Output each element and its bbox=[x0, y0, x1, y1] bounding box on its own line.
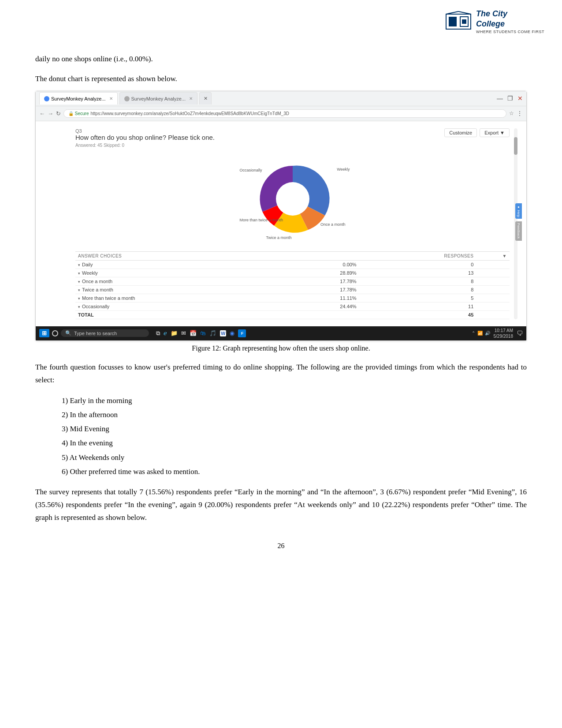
row-pct: 24.44% bbox=[286, 302, 359, 310]
list-item: 6) Other preferred time was asked to men… bbox=[62, 465, 527, 479]
col-header-pct bbox=[286, 251, 359, 260]
taskview-icon[interactable]: ⧉ bbox=[156, 330, 160, 337]
total-count: 45 bbox=[359, 310, 476, 319]
help-button[interactable]: ● Help bbox=[515, 203, 522, 219]
action-center-icon[interactable]: 🗨 bbox=[517, 330, 523, 337]
mail-icon[interactable]: ✉ bbox=[181, 330, 186, 336]
calendar-icon[interactable]: 📅 bbox=[190, 330, 197, 336]
tab1-icon bbox=[44, 96, 49, 101]
svg-rect-3 bbox=[462, 19, 466, 24]
row-extra bbox=[476, 269, 510, 277]
tab2-label: SurveyMonkey Analyze... bbox=[131, 96, 186, 101]
taskbar-right: ⌃ 📶 🔊 10:17 AM 5/29/2018 🗨 bbox=[472, 328, 523, 339]
browser-icon[interactable]: ◉ bbox=[230, 330, 234, 336]
pinned-app-icon[interactable]: F bbox=[238, 329, 246, 337]
list-item: 2) In the afternoon bbox=[62, 408, 527, 422]
taskbar-app-icons: ⧉ ℯ 📁 ✉ 📅 🛍 🎵 W ◉ F bbox=[156, 329, 246, 337]
label-more-twice: More than twice a month bbox=[240, 218, 283, 222]
browser-content: Q3 How often do you shop online? Please … bbox=[36, 121, 526, 326]
row-extra bbox=[476, 260, 510, 269]
start-button[interactable]: ⊞ bbox=[39, 329, 49, 337]
list-item: 5) At Weekends only bbox=[62, 451, 527, 465]
row-extra bbox=[476, 302, 510, 310]
row-label: ▾Weekly bbox=[75, 269, 286, 277]
row-count: 8 bbox=[359, 277, 476, 285]
export-btn[interactable]: Export ▼ bbox=[480, 128, 510, 137]
word-icon[interactable]: W bbox=[220, 330, 226, 336]
row-count: 0 bbox=[359, 260, 476, 269]
question-info: Q3 How often do you shop online? Please … bbox=[75, 128, 215, 153]
back-btn[interactable]: ← bbox=[39, 110, 45, 117]
store-icon[interactable]: 🛍 bbox=[200, 330, 206, 336]
label-once-month: Once a month bbox=[320, 222, 346, 227]
list-item: 1) Early in the morning bbox=[62, 394, 527, 408]
question-answered: Answered: 45 Skipped: 0 bbox=[75, 143, 215, 148]
row-pct: 28.89% bbox=[286, 269, 359, 277]
row-label: ▾Occasionally bbox=[75, 302, 286, 310]
browser-tab-new[interactable]: ✕ bbox=[199, 92, 212, 105]
total-label: TOTAL bbox=[75, 310, 286, 319]
browser-tab-1[interactable]: SurveyMonkey Analyze... ✕ bbox=[39, 92, 118, 105]
intro-line2: The donut chart is represented as shown … bbox=[35, 73, 527, 86]
date-display: 5/29/2018 bbox=[494, 333, 514, 339]
explorer-icon[interactable]: 📁 bbox=[171, 330, 178, 336]
logo-name: The CityCollege bbox=[476, 9, 544, 30]
tab2-close[interactable]: ✕ bbox=[189, 96, 193, 101]
network-icon: 📶 bbox=[477, 331, 483, 336]
scrollbar-thumb[interactable] bbox=[514, 137, 517, 155]
label-occasionally: Occasionally bbox=[240, 168, 262, 172]
row-pct: 17.78% bbox=[286, 277, 359, 285]
forward-btn[interactable]: → bbox=[48, 110, 53, 117]
row-extra bbox=[476, 277, 510, 285]
question-header: Q3 How often do you shop online? Please … bbox=[75, 128, 510, 153]
menu-icon[interactable]: ⋮ bbox=[517, 110, 523, 117]
edge-icon[interactable]: ℯ bbox=[164, 330, 167, 336]
donut-svg-wrapper: Occasionally Weekly Once a month Twice a… bbox=[231, 155, 354, 244]
action-buttons: Customize Export ▼ bbox=[444, 128, 510, 137]
row-count: 11 bbox=[359, 302, 476, 310]
tray-arrow[interactable]: ⌃ bbox=[472, 331, 475, 336]
table-row: ▾Twice a month 17.78% 8 bbox=[75, 285, 510, 294]
system-tray: ⌃ 📶 🔊 bbox=[472, 331, 490, 336]
address-bar[interactable]: 🔒 Secure https://www.surveymonkey.com/an… bbox=[63, 109, 506, 118]
close-btn[interactable]: ✕ bbox=[517, 95, 523, 102]
col-header-choices: ANSWER CHOICES bbox=[75, 251, 286, 260]
tab1-close[interactable]: ✕ bbox=[109, 96, 113, 101]
bookmark-icon[interactable]: ☆ bbox=[509, 110, 514, 116]
answer-table: ANSWER CHOICES RESPONSES ▼ ▾Daily 0.00% … bbox=[75, 251, 510, 319]
row-arrow: ▾ bbox=[78, 280, 80, 284]
row-label: ▾More than twice a month bbox=[75, 294, 286, 302]
table-row: ▾Daily 0.00% 0 bbox=[75, 260, 510, 269]
time-display: 10:17 AM bbox=[494, 328, 514, 333]
tab1-label: SurveyMonkey Analyze... bbox=[51, 96, 106, 101]
table-row: ▾Once a month 17.78% 8 bbox=[75, 277, 510, 285]
taskbar-search-box[interactable]: 🔍 Type here to search bbox=[61, 329, 149, 337]
total-pct bbox=[286, 310, 359, 319]
feedback-button[interactable]: Feedback bbox=[515, 221, 522, 240]
intro-line1: daily no one shops online (i.e., 0.00%). bbox=[35, 53, 527, 66]
side-buttons: ● Help Feedback bbox=[515, 203, 522, 241]
row-label: ▾Once a month bbox=[75, 277, 286, 285]
new-tab-icon[interactable]: ✕ bbox=[204, 96, 208, 101]
logo-text: The CityCollege WHERE STUDENTS COME FIRS… bbox=[476, 9, 544, 34]
question-title: How often do you shop online? Please tic… bbox=[75, 134, 215, 141]
media-icon[interactable]: 🎵 bbox=[209, 330, 216, 336]
question-num: Q3 bbox=[75, 128, 215, 134]
svg-rect-1 bbox=[449, 17, 457, 26]
main-para-2: The survey represents that totally 7 (15… bbox=[35, 486, 527, 524]
browser-tab-2[interactable]: SurveyMonkey Analyze... ✕ bbox=[119, 92, 198, 105]
row-count: 8 bbox=[359, 285, 476, 294]
col-header-responses: RESPONSES bbox=[359, 251, 476, 260]
college-logo-icon bbox=[445, 11, 472, 33]
secure-icon: 🔒 Secure bbox=[68, 111, 89, 116]
row-arrow: ▾ bbox=[78, 305, 80, 309]
page-number: 26 bbox=[35, 542, 527, 550]
restore-btn[interactable]: ❐ bbox=[507, 95, 513, 102]
volume-icon[interactable]: 🔊 bbox=[485, 331, 490, 336]
reload-btn[interactable]: ↻ bbox=[56, 110, 61, 117]
clock[interactable]: 10:17 AM 5/29/2018 bbox=[494, 328, 514, 339]
customize-btn[interactable]: Customize bbox=[444, 128, 477, 137]
row-arrow: ▾ bbox=[78, 288, 80, 292]
minimize-btn[interactable]: — bbox=[497, 95, 503, 102]
row-label: ▾Twice a month bbox=[75, 285, 286, 294]
